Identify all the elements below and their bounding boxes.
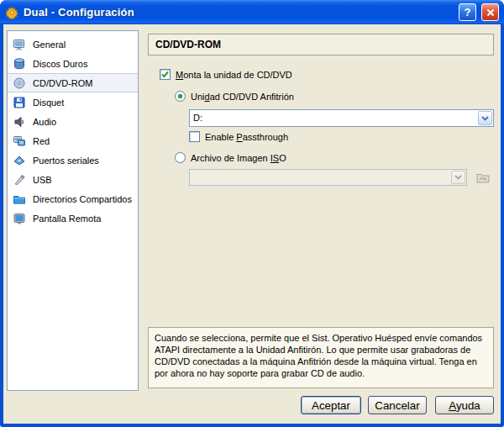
close-icon: [486, 8, 495, 17]
sidebar-item-usb[interactable]: USB: [8, 170, 138, 189]
sidebar-item-label: CD/DVD-ROM: [33, 78, 93, 88]
settings-dialog: Dual - Configuración ? General Discos Du…: [0, 0, 504, 427]
sidebar-item-label: Directorios Compartidos: [33, 194, 132, 204]
iso-image-label[interactable]: Archivo de Imagen ISO: [191, 153, 286, 163]
mount-cd-checkbox[interactable]: [160, 69, 171, 80]
iso-image-combobox: [189, 169, 467, 186]
sidebar-item-red[interactable]: Red: [8, 131, 138, 150]
sidebar-item-label: Puertos seriales: [33, 156, 99, 166]
sidebar-item-general[interactable]: General: [8, 34, 138, 54]
speaker-icon: [13, 115, 26, 129]
titlebar[interactable]: Dual - Configuración ?: [0, 0, 504, 24]
host-drive-label[interactable]: Unidad CD/DVD Anfitrión: [191, 92, 294, 102]
app-gear-icon[interactable]: [5, 6, 18, 19]
passthrough-checkbox[interactable]: [189, 131, 200, 142]
mount-cd-label[interactable]: Monta la unidad de CD/DVD: [176, 70, 292, 80]
close-button[interactable]: [481, 3, 499, 21]
iso-dropdown-button: [451, 171, 465, 184]
accept-button[interactable]: Aceptar: [301, 396, 361, 414]
passthrough-label[interactable]: Enable Passthrough: [205, 132, 288, 142]
sidebar-item-puertos-seriales[interactable]: Puertos seriales: [8, 150, 138, 170]
sidebar-item-directorios-compartidos[interactable]: Directorios Compartidos: [8, 189, 138, 208]
cancel-button[interactable]: Cancelar: [368, 396, 427, 414]
sidebar-item-label: General: [33, 40, 66, 50]
host-drive-dropdown-button[interactable]: [478, 111, 492, 125]
network-icon: [13, 134, 26, 148]
window-title: Dual - Configuración: [24, 6, 454, 18]
sidebar-item-label: USB: [33, 175, 52, 185]
host-drive-row: Unidad CD/DVD Anfitrión: [175, 91, 294, 102]
floppy-icon: [13, 96, 26, 109]
host-drive-combobox[interactable]: D:: [189, 109, 494, 127]
remote-display-icon: [13, 212, 26, 225]
serial-port-icon: [13, 154, 26, 167]
sidebar-item-label: Audio: [33, 117, 56, 127]
help-button[interactable]: Ayuda: [435, 396, 494, 414]
computer-icon: [13, 38, 26, 51]
help-titlebar-button[interactable]: ?: [459, 3, 476, 21]
select-iso-button[interactable]: [474, 168, 492, 186]
passthrough-row: Enable Passthrough: [189, 131, 288, 142]
question-icon: ?: [465, 6, 471, 18]
chevron-down-icon: [481, 116, 489, 121]
iso-image-radio[interactable]: [175, 152, 186, 163]
host-drive-radio[interactable]: [175, 91, 186, 102]
settings-category-list: General Discos Duros CD/DVD-ROM Disquet …: [7, 30, 139, 391]
mount-cd-row: Monta la unidad de CD/DVD: [160, 69, 292, 80]
sidebar-item-label: Pantalla Remota: [33, 214, 101, 224]
sidebar-item-disquet[interactable]: Disquet: [8, 92, 138, 112]
sidebar-item-label: Disquet: [33, 98, 64, 108]
folder-image-icon: [475, 171, 491, 184]
sidebar-item-cd-dvd-rom[interactable]: CD/DVD-ROM: [8, 73, 138, 92]
shared-folder-icon: [13, 192, 26, 206]
sidebar-item-discos-duros[interactable]: Discos Duros: [8, 54, 138, 73]
hard-disks-icon: [13, 57, 26, 71]
sidebar-item-label: Red: [33, 136, 50, 146]
host-drive-value: D:: [193, 110, 476, 126]
sidebar-item-label: Discos Duros: [33, 59, 87, 69]
check-icon: [160, 70, 170, 79]
cd-disc-icon: [13, 76, 26, 90]
chevron-down-icon: [454, 175, 462, 180]
sidebar-item-pantalla-remota[interactable]: Pantalla Remota: [8, 208, 138, 228]
info-text: Cuando se selecciona, permite que el Sis…: [148, 327, 494, 388]
sidebar-item-audio[interactable]: Audio: [8, 112, 138, 131]
iso-image-row: Archivo de Imagen ISO: [175, 152, 286, 163]
page-title: CD/DVD-ROM: [148, 34, 494, 55]
usb-plug-icon: [13, 173, 26, 187]
